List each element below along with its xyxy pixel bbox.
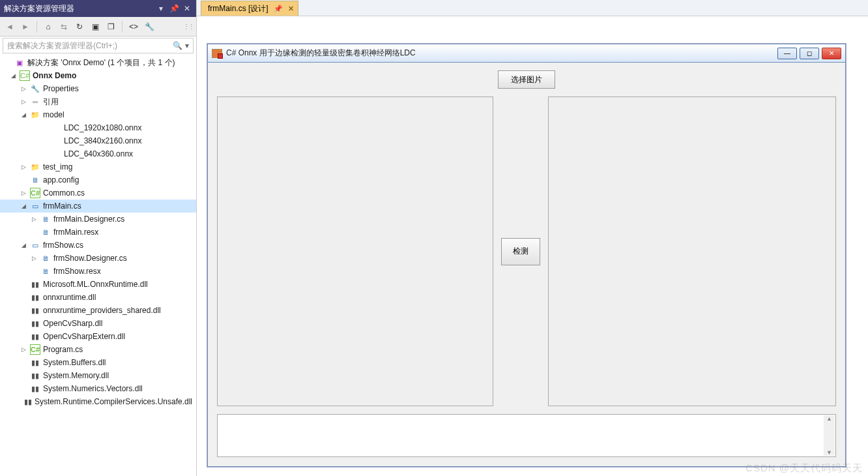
file-frmshow[interactable]: ◢▭frmShow.cs bbox=[0, 239, 196, 252]
solution-explorer: 解决方案资源管理器 ▾ 📌 ✕ ◄ ► ⌂ ⇆ ↻ ▣ ❐ <> 🔧 ⋮⋮ 搜索… bbox=[0, 0, 197, 476]
overflow-icon[interactable]: ⋮⋮ bbox=[183, 23, 194, 30]
file-dll[interactable]: ▮▮System.Memory.dll bbox=[0, 369, 196, 382]
resx-icon: 🗎 bbox=[40, 227, 51, 237]
dropdown-icon[interactable]: ▾ bbox=[156, 3, 166, 14]
project-node[interactable]: ◢C# Onnx Demo bbox=[0, 69, 196, 82]
file-item[interactable]: LDC_3840x2160.onnx bbox=[0, 134, 196, 147]
file-frmmain[interactable]: ◢▭frmMain.cs bbox=[0, 200, 196, 213]
search-input[interactable]: 搜索解决方案资源管理器(Ctrl+;) 🔍 ▾ bbox=[3, 38, 194, 53]
dll-icon: ▮▮ bbox=[30, 305, 40, 316]
file-dll[interactable]: ▮▮System.Runtime.CompilerServices.Unsafe… bbox=[0, 395, 196, 408]
file-program[interactable]: ▷C#Program.cs bbox=[0, 343, 196, 356]
file-dll[interactable]: ▮▮Microsoft.ML.OnnxRuntime.dll bbox=[0, 278, 196, 291]
folder-icon: 📁 bbox=[30, 110, 40, 120]
tab-label: frmMain.cs [设计] bbox=[208, 3, 268, 14]
dll-icon: ▮▮ bbox=[30, 357, 40, 368]
editor-area: frmMain.cs [设计] 📌 ✕ C# Onnx 用于边缘检测的轻量级密集… bbox=[197, 0, 868, 476]
file-dll[interactable]: ▮▮System.Numerics.Vectors.dll bbox=[0, 382, 196, 395]
solution-toolbar: ◄ ► ⌂ ⇆ ↻ ▣ ❐ <> 🔧 ⋮⋮ bbox=[0, 17, 196, 37]
output-image-panel[interactable] bbox=[548, 97, 836, 406]
newwindow-icon[interactable]: ❐ bbox=[104, 20, 118, 34]
form-icon: ▭ bbox=[30, 201, 40, 211]
select-image-button[interactable]: 选择图片 bbox=[498, 70, 555, 89]
maximize-button[interactable]: ◻ bbox=[800, 48, 819, 59]
cs-file-icon: 🗎 bbox=[40, 253, 51, 263]
csproj-icon: C# bbox=[20, 70, 30, 81]
scroll-up-icon[interactable]: ▲ bbox=[826, 415, 832, 422]
close-icon[interactable]: ✕ bbox=[182, 3, 192, 14]
refresh-icon[interactable]: ↻ bbox=[72, 20, 87, 34]
nav-back-icon[interactable]: ◄ bbox=[3, 20, 17, 34]
dll-icon: ▮▮ bbox=[30, 318, 40, 329]
log-textbox[interactable]: ▲▼ bbox=[217, 414, 836, 457]
file-designer[interactable]: ▷🗎frmShow.Designer.cs bbox=[0, 252, 196, 265]
pin-icon[interactable]: 📌 bbox=[169, 3, 179, 14]
top-row: 选择图片 bbox=[217, 70, 836, 89]
form-body: 选择图片 检测 ▲▼ bbox=[208, 63, 845, 466]
window-controls: — ◻ ✕ bbox=[777, 48, 841, 59]
search-icon: 🔍 bbox=[173, 41, 182, 50]
scroll-down-icon[interactable]: ▼ bbox=[826, 449, 832, 456]
sync-icon[interactable]: ⇆ bbox=[57, 20, 71, 34]
wrench-icon: 🔧 bbox=[30, 83, 40, 94]
close-button[interactable]: ✕ bbox=[822, 48, 841, 59]
references-node[interactable]: ▷▫▫ 引用 bbox=[0, 95, 196, 108]
form-titlebar: C# Onnx 用于边缘检测的轻量级密集卷积神经网络LDC — ◻ ✕ bbox=[208, 44, 845, 63]
solution-tree: ▣ 解决方案 'Onnx Demo' (1 个项目，共 1 个) ◢C# Onn… bbox=[0, 55, 196, 476]
properties-icon[interactable]: 🔧 bbox=[142, 20, 156, 34]
panel-title-bar: 解决方案资源管理器 ▾ 📌 ✕ bbox=[0, 0, 196, 17]
file-dll[interactable]: ▮▮OpenCvSharp.dll bbox=[0, 317, 196, 330]
form-designer-surface[interactable]: C# Onnx 用于边缘检测的轻量级密集卷积神经网络LDC — ◻ ✕ 选择图片 bbox=[197, 16, 868, 476]
tab-frmmain-design[interactable]: frmMain.cs [设计] 📌 ✕ bbox=[201, 1, 298, 16]
file-item[interactable]: LDC_1920x1080.onnx bbox=[0, 121, 196, 134]
properties-node[interactable]: ▷🔧 Properties bbox=[0, 82, 196, 95]
solution-node[interactable]: ▣ 解决方案 'Onnx Demo' (1 个项目，共 1 个) bbox=[0, 56, 196, 69]
pin-icon[interactable]: 📌 bbox=[274, 5, 283, 13]
home-icon[interactable]: ⌂ bbox=[41, 20, 55, 34]
nav-fwd-icon[interactable]: ► bbox=[18, 20, 33, 34]
collapse-icon[interactable]: ▣ bbox=[88, 20, 102, 34]
folder-icon: 📁 bbox=[30, 162, 40, 172]
file-dll[interactable]: ▮▮OpenCvSharpExtern.dll bbox=[0, 330, 196, 343]
file-resx[interactable]: 🗎frmShow.resx bbox=[0, 265, 196, 278]
minimize-button[interactable]: — bbox=[777, 48, 797, 59]
cs-icon: C# bbox=[30, 344, 40, 355]
middle-row: 检测 bbox=[217, 97, 836, 406]
file-dll[interactable]: ▮▮onnxruntime_providers_shared.dll bbox=[0, 304, 196, 317]
cs-icon: C# bbox=[30, 188, 40, 198]
references-icon: ▫▫ bbox=[30, 97, 40, 107]
file-appconfig[interactable]: 🗎app.config bbox=[0, 173, 196, 186]
file-designer[interactable]: ▷🗎frmMain.Designer.cs bbox=[0, 213, 196, 226]
file-dll[interactable]: ▮▮System.Buffers.dll bbox=[0, 356, 196, 369]
dll-icon: ▮▮ bbox=[30, 383, 40, 394]
file-item[interactable]: LDC_640x360.onnx bbox=[0, 147, 196, 160]
chevron-down-icon: ▾ bbox=[185, 41, 189, 50]
winform-preview[interactable]: C# Onnx 用于边缘检测的轻量级密集卷积神经网络LDC — ◻ ✕ 选择图片 bbox=[207, 44, 846, 467]
panel-title: 解决方案资源管理器 bbox=[4, 3, 74, 14]
file-common[interactable]: ▷C#Common.cs bbox=[0, 186, 196, 200]
dll-icon: ▮▮ bbox=[30, 331, 40, 342]
file-dll[interactable]: ▮▮onnxruntime.dll bbox=[0, 291, 196, 304]
close-icon[interactable]: ✕ bbox=[288, 5, 294, 13]
detect-button[interactable]: 检测 bbox=[501, 238, 540, 265]
showcode-icon[interactable]: <> bbox=[126, 20, 141, 34]
dll-icon: ▮▮ bbox=[24, 396, 32, 407]
file-resx[interactable]: 🗎frmMain.resx bbox=[0, 226, 196, 239]
folder-testimg[interactable]: ▷📁 test_img bbox=[0, 160, 196, 173]
form-icon bbox=[212, 49, 222, 58]
cs-file-icon: 🗎 bbox=[40, 214, 51, 224]
resx-icon: 🗎 bbox=[40, 266, 51, 276]
dll-icon: ▮▮ bbox=[30, 279, 40, 290]
dll-icon: ▮▮ bbox=[30, 370, 40, 381]
config-icon: 🗎 bbox=[30, 175, 40, 185]
mid-column: 检测 bbox=[501, 238, 540, 265]
form-icon: ▭ bbox=[30, 240, 40, 250]
solution-icon: ▣ bbox=[14, 57, 25, 68]
form-title: C# Onnx 用于边缘检测的轻量级密集卷积神经网络LDC bbox=[226, 48, 777, 59]
dll-icon: ▮▮ bbox=[30, 292, 40, 303]
scrollbar[interactable]: ▲▼ bbox=[824, 415, 835, 456]
folder-model[interactable]: ◢📁 model bbox=[0, 108, 196, 121]
input-image-panel[interactable] bbox=[217, 97, 493, 406]
document-tabs: frmMain.cs [设计] 📌 ✕ bbox=[197, 0, 868, 16]
